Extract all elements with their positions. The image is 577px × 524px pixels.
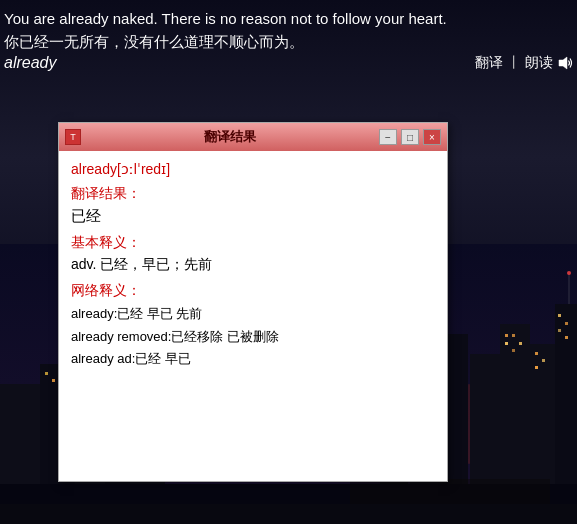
network-meanings: already:已经 早已 先前already removed:已经移除 已被删… (71, 304, 435, 369)
svg-rect-26 (565, 336, 568, 339)
translation-popup: T 翻译结果 − □ × already[ɔːlˈredɪ] 翻译结果： 已经 … (58, 122, 448, 482)
translation-main: 已经 (71, 207, 435, 226)
svg-rect-21 (542, 359, 545, 362)
svg-marker-38 (559, 57, 567, 69)
svg-rect-22 (535, 366, 538, 369)
popup-controls: − □ × (379, 129, 441, 145)
svg-rect-29 (0, 504, 577, 524)
highlighted-word: already (4, 54, 56, 72)
chinese-sentence: 你已经一无所有，没有什么道理不顺心而为。 (4, 31, 573, 52)
svg-rect-24 (565, 322, 568, 325)
network-meaning-item: already removed:已经移除 已被删除 (71, 327, 435, 347)
network-meaning-item: already ad:已经 早已 (71, 349, 435, 369)
svg-rect-17 (505, 342, 508, 345)
svg-rect-20 (535, 352, 538, 355)
maximize-button[interactable]: □ (401, 129, 419, 145)
svg-point-37 (567, 271, 571, 275)
svg-rect-19 (519, 342, 522, 345)
close-button[interactable]: × (423, 129, 441, 145)
network-meaning-label: 网络释义： (71, 282, 435, 300)
divider: 丨 (507, 54, 521, 72)
word-row: already 翻译 丨 朗读 (4, 54, 573, 72)
phonetic-text: already[ɔːlˈredɪ] (71, 161, 435, 177)
top-text-area: You are already naked. There is no reaso… (0, 0, 577, 80)
popup-content: already[ɔːlˈredɪ] 翻译结果： 已经 基本释义： adv. 已经… (59, 151, 447, 481)
svg-rect-18 (512, 349, 515, 352)
translation-label: 翻译结果： (71, 185, 435, 203)
basic-meaning-text: adv. 已经，早已；先前 (71, 256, 435, 274)
svg-rect-30 (45, 372, 48, 375)
speak-link[interactable]: 朗读 (525, 54, 553, 72)
svg-rect-15 (505, 334, 508, 337)
basic-meaning-label: 基本释义： (71, 234, 435, 252)
popup-app-icon: T (65, 129, 81, 145)
english-sentence: You are already naked. There is no reaso… (4, 8, 573, 29)
svg-rect-16 (512, 334, 515, 337)
network-meaning-item: already:已经 早已 先前 (71, 304, 435, 324)
svg-rect-23 (558, 314, 561, 317)
popup-title: 翻译结果 (81, 128, 379, 146)
popup-titlebar: T 翻译结果 − □ × (59, 123, 447, 151)
svg-rect-31 (52, 379, 55, 382)
translate-link[interactable]: 翻译 (475, 54, 503, 72)
speaker-icon[interactable] (557, 55, 573, 71)
svg-rect-25 (558, 329, 561, 332)
minimize-button[interactable]: − (379, 129, 397, 145)
action-links: 翻译 丨 朗读 (475, 54, 573, 72)
